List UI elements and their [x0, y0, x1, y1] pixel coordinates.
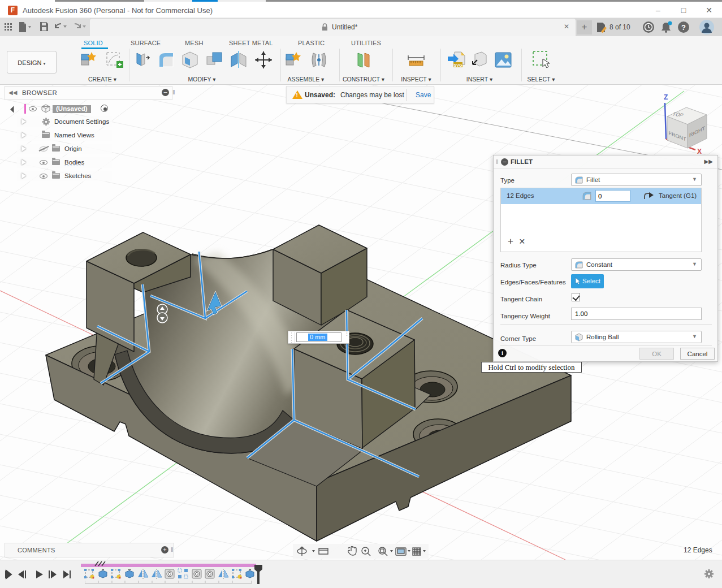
joint-icon[interactable] — [309, 50, 329, 70]
ribbon-tab-solid[interactable]: SOLID — [84, 40, 103, 46]
new-tab-button[interactable]: + — [577, 20, 592, 34]
timeline-feature-sketch[interactable] — [84, 568, 95, 580]
tangent-chain-checkbox[interactable] — [572, 293, 580, 301]
type-dropdown[interactable]: Fillet▼ — [571, 174, 702, 186]
view-cube[interactable]: Z X TOP FRONT RIGHT — [639, 90, 722, 158]
corner-type-dropdown[interactable]: Rolling Ball▼ — [571, 331, 702, 343]
history-clock-icon[interactable] — [642, 21, 655, 33]
more-options-icon[interactable]: ⋮ — [344, 332, 347, 342]
browser-item-sketches[interactable]: Sketches — [17, 171, 112, 181]
press-pull-icon[interactable] — [132, 50, 153, 70]
ribbon-tab-mesh[interactable]: MESH — [185, 40, 204, 46]
timeline-settings-gear-icon[interactable] — [703, 568, 715, 580]
browser-item-bodies[interactable]: Bodies — [17, 157, 112, 168]
move-icon[interactable] — [253, 50, 274, 70]
insert-derive-icon[interactable] — [469, 50, 490, 70]
timeline-feature-mirror[interactable] — [218, 568, 229, 580]
timeline-feature-hole[interactable] — [191, 568, 202, 580]
timeline-feature-mirror[interactable] — [137, 568, 149, 580]
ribbon-tab-plastic[interactable]: PLASTIC — [298, 40, 325, 46]
browser-item-named-views[interactable]: Named Views — [17, 130, 112, 141]
info-icon[interactable]: i — [498, 349, 507, 357]
dialog-remove-icon[interactable]: – — [501, 158, 508, 166]
timeline-feature-hole[interactable] — [204, 568, 215, 580]
insert-svg-icon[interactable]: SVG — [447, 50, 467, 70]
new-solid-icon[interactable] — [79, 50, 100, 70]
dimension-input[interactable]: 0 mm ⋮ — [288, 331, 349, 344]
dialog-grip-icon[interactable]: ‖ — [496, 158, 499, 165]
expand-comments-icon[interactable]: + — [161, 546, 168, 554]
timeline-playhead[interactable] — [253, 565, 263, 584]
timeline-playback[interactable] — [5, 569, 72, 580]
ok-button[interactable]: OK — [639, 348, 674, 360]
modify-group-label[interactable]: MODIFY ▾ — [188, 76, 216, 83]
design-workspace-dropdown[interactable]: DESIGN ▾ — [7, 51, 57, 74]
save-icon[interactable] — [40, 22, 48, 31]
collapse-arrows-icon[interactable]: ◀◀ — [8, 89, 17, 96]
save-link[interactable]: Save — [416, 91, 431, 99]
input-grip[interactable] — [289, 332, 295, 343]
construct-plane-icon[interactable] — [353, 50, 374, 70]
top-hole[interactable] — [126, 249, 157, 266]
create-group-label[interactable]: CREATE ▾ — [88, 76, 116, 83]
browser-panel-header[interactable]: ◀◀ BROWSER – ‖ — [5, 86, 172, 100]
avatar[interactable] — [699, 20, 714, 34]
notification-bell-icon[interactable] — [660, 21, 673, 33]
measure-icon[interactable] — [406, 50, 426, 70]
split-body-icon[interactable] — [228, 50, 249, 70]
ribbon-tab-utilities[interactable]: UTILITIES — [351, 40, 381, 46]
comments-grip-icon[interactable]: ‖ — [171, 546, 174, 553]
add-edge-set-button[interactable]: + — [508, 236, 513, 247]
browser-item-document-settings[interactable]: Document Settings — [17, 116, 112, 127]
tangent-cell[interactable]: Tangent (G1) — [659, 192, 697, 199]
select-icon[interactable] — [531, 50, 552, 70]
help-icon[interactable]: ? — [677, 21, 690, 33]
radius-input[interactable] — [595, 190, 630, 202]
construct-group-label[interactable]: CONSTRUCT ▾ — [343, 76, 384, 83]
selection-table[interactable]: 12 Edges Tangent (G1) + ✕ — [500, 188, 702, 252]
ribbon-tab-sheet-metal[interactable]: SHEET METAL — [229, 40, 273, 46]
maximize-button[interactable]: □ — [678, 5, 689, 15]
select-button[interactable]: Select — [571, 274, 604, 288]
shell-icon[interactable] — [180, 50, 200, 70]
delete-edge-set-button[interactable]: ✕ — [518, 237, 525, 246]
browser-root-row[interactable]: (Unsaved) — [10, 103, 109, 114]
timeline-feature-extrude[interactable] — [124, 568, 135, 580]
timeline-feature-extrude[interactable] — [97, 568, 109, 580]
remove-icon[interactable]: – — [162, 89, 169, 96]
undo-icon[interactable] — [54, 22, 76, 31]
timeline-feature-hole[interactable] — [164, 568, 175, 580]
app-grid-icon[interactable] — [5, 23, 12, 31]
value-field[interactable]: 0 mm — [296, 332, 341, 342]
ribbon-tab-surface[interactable]: SURFACE — [131, 40, 161, 46]
tangency-weight-input[interactable] — [571, 308, 702, 320]
expand-icon[interactable]: ▶▶ — [704, 158, 713, 165]
radius-type-dropdown[interactable]: Constant▼ — [571, 258, 702, 271]
close-button[interactable]: ✕ — [704, 5, 714, 15]
new-component-icon[interactable] — [284, 50, 304, 70]
tab-close-icon[interactable]: ✕ — [564, 23, 569, 31]
insert-canvas-icon[interactable] — [493, 50, 513, 70]
timeline-feature-sketch[interactable] — [110, 568, 122, 580]
timeline-feature-pattern[interactable] — [178, 568, 189, 580]
minimize-button[interactable]: – — [653, 5, 663, 15]
cancel-button[interactable]: Cancel — [680, 348, 715, 360]
navigation-bar[interactable] — [293, 544, 429, 559]
root-label[interactable]: (Unsaved) — [53, 105, 91, 113]
insert-group-label[interactable]: INSERT ▾ — [466, 76, 492, 83]
panel-grip-icon[interactable]: ‖ — [172, 89, 175, 96]
dialog-header[interactable]: ‖ – FILLET ▶▶ — [494, 155, 717, 169]
edge-set-row[interactable]: 12 Edges Tangent (G1) — [501, 188, 701, 204]
create-sketch-icon[interactable] — [104, 50, 124, 70]
fillet-icon[interactable] — [156, 50, 176, 70]
combine-icon[interactable] — [205, 50, 225, 70]
model-body[interactable] — [46, 225, 571, 541]
viewport[interactable]: ◀◀ BROWSER – ‖ (Unsaved) Document Settin… — [0, 85, 722, 560]
select-group-label[interactable]: SELECT ▾ — [528, 76, 555, 83]
assemble-group-label[interactable]: ASSEMBLE ▾ — [288, 76, 325, 83]
timeline-feature-sketch[interactable] — [231, 568, 243, 580]
inspect-group-label[interactable]: INSPECT ▾ — [401, 76, 431, 83]
comments-bar[interactable]: COMMENTS + ‖ — [5, 543, 174, 557]
browser-item-origin[interactable]: Origin — [17, 144, 112, 154]
file-menu-icon[interactable] — [19, 21, 32, 33]
